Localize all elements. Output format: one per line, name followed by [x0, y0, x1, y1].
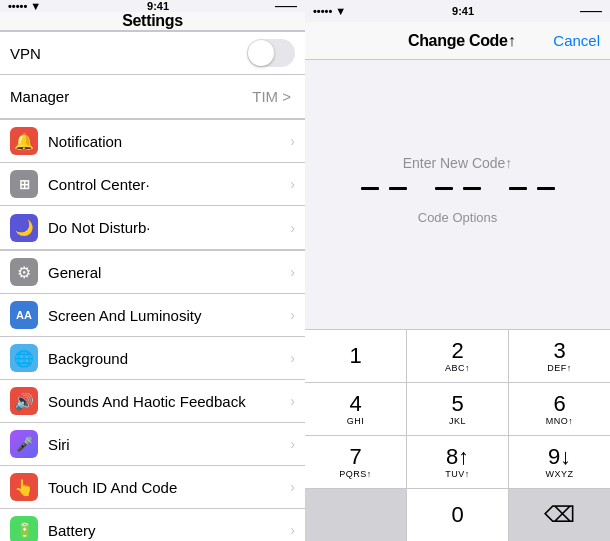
touch-label: Touch ID And Code [48, 479, 290, 496]
dot-6 [537, 187, 555, 190]
cancel-button[interactable]: Cancel [553, 32, 600, 49]
key-4[interactable]: 4 GHI [305, 383, 407, 435]
dot-5 [509, 187, 527, 190]
passcode-area: Enter New Code↑ Code Options [305, 60, 610, 329]
display-icon: AA [10, 301, 38, 329]
key-7[interactable]: 7 PQRS↑ [305, 436, 407, 488]
wallpaper-icon: 🌐 [10, 344, 38, 372]
general-label: General [48, 264, 290, 281]
wallpaper-label: Background [48, 350, 290, 367]
notification-icon: 🔔 [10, 127, 38, 155]
numpad-row-1: 1 2 ABC↑ 3 DEF↑ [305, 330, 610, 383]
enter-code-label: Enter New Code↑ [403, 155, 513, 171]
notification-label: Notification [48, 133, 290, 150]
right-panel: ••••• ▼ 9:41 —— Change Code↑ Cancel Ente… [305, 0, 610, 541]
battery-label: Battery [48, 522, 290, 539]
key-0-number: 0 [451, 504, 463, 526]
general-icon: ⚙ [10, 258, 38, 286]
vpn-section: VPN Manager TIM > [0, 31, 305, 119]
dot-2 [389, 187, 407, 190]
dnd-row[interactable]: 🌙 Do Not Disturb· › [0, 206, 305, 249]
key-3[interactable]: 3 DEF↑ [509, 330, 610, 382]
left-battery: —— [275, 0, 297, 12]
key-2-number: 2 [451, 340, 463, 362]
key-3-letters: DEF↑ [547, 363, 572, 373]
manager-label: Manager [10, 88, 252, 105]
toggle-knob [248, 40, 274, 66]
vpn-row[interactable]: VPN [0, 32, 305, 75]
wallpaper-chevron: › [290, 350, 295, 366]
numpad-row-4: 0 ⌫ [305, 489, 610, 541]
key-8[interactable]: 8↑ TUV↑ [407, 436, 509, 488]
wallpaper-row[interactable]: 🌐 Background › [0, 337, 305, 380]
dnd-label: Do Not Disturb· [48, 219, 290, 236]
manager-row[interactable]: Manager TIM > [0, 75, 305, 118]
key-3-number: 3 [553, 340, 565, 362]
touch-row[interactable]: 👆 Touch ID And Code › [0, 466, 305, 509]
dnd-chevron: › [290, 220, 295, 236]
left-status-bar: ••••• ▼ 9:41 —— [0, 0, 305, 12]
delete-key[interactable]: ⌫ [509, 489, 610, 541]
dots-row [361, 187, 555, 190]
dot-1 [361, 187, 379, 190]
key-9-number: 9↓ [548, 446, 571, 468]
numpad-row-2: 4 GHI 5 JKL 6 MNO↑ [305, 383, 610, 436]
key-2-letters: ABC↑ [445, 363, 470, 373]
siri-row[interactable]: 🎤 Siri › [0, 423, 305, 466]
key-8-letters: TUV↑ [445, 469, 470, 479]
right-battery: —— [580, 5, 602, 17]
key-0[interactable]: 0 [407, 489, 509, 541]
key-6[interactable]: 6 MNO↑ [509, 383, 610, 435]
key-5[interactable]: 5 JKL [407, 383, 509, 435]
left-nav-bar: Settings [0, 12, 305, 31]
display-label: Screen And Luminosity [48, 307, 290, 324]
numpad: 1 2 ABC↑ 3 DEF↑ 4 GHI 5 JKL 6 [305, 329, 610, 541]
manager-value: TIM > [252, 88, 291, 105]
key-2[interactable]: 2 ABC↑ [407, 330, 509, 382]
key-5-letters: JKL [449, 416, 466, 426]
touch-chevron: › [290, 479, 295, 495]
display-chevron: › [290, 307, 295, 323]
delete-icon: ⌫ [544, 502, 575, 528]
right-time: 9:41 [452, 5, 474, 17]
key-7-number: 7 [349, 446, 361, 468]
key-4-number: 4 [349, 393, 361, 415]
control-row[interactable]: ⊞ Control Center· › [0, 163, 305, 206]
siri-chevron: › [290, 436, 295, 452]
dnd-icon: 🌙 [10, 214, 38, 242]
right-status-bar: ••••• ▼ 9:41 —— [305, 0, 610, 22]
vpn-toggle[interactable] [247, 39, 295, 67]
change-code-title: Change Code↑ [370, 32, 553, 50]
siri-icon: 🎤 [10, 430, 38, 458]
key-9[interactable]: 9↓ WXYZ [509, 436, 610, 488]
code-options-label[interactable]: Code Options [418, 210, 498, 225]
dot-3 [435, 187, 453, 190]
key-1[interactable]: 1 [305, 330, 407, 382]
sounds-row[interactable]: 🔊 Sounds And Haotic Feedback › [0, 380, 305, 423]
key-6-letters: MNO↑ [546, 416, 574, 426]
key-8-number: 8↑ [446, 446, 469, 468]
vpn-label: VPN [10, 45, 247, 62]
touch-icon: 👆 [10, 473, 38, 501]
sounds-icon: 🔊 [10, 387, 38, 415]
siri-label: Siri [48, 436, 290, 453]
dot-4 [463, 187, 481, 190]
battery-row[interactable]: 🔋 Battery › [0, 509, 305, 541]
notification-row[interactable]: 🔔 Notification › [0, 120, 305, 163]
key-empty [305, 489, 407, 541]
left-panel: ••••• ▼ 9:41 —— Settings VPN Manager TIM… [0, 0, 305, 541]
general-row[interactable]: ⚙ General › [0, 251, 305, 294]
control-label: Control Center· [48, 176, 290, 193]
key-1-number: 1 [349, 345, 361, 367]
battery-chevron: › [290, 522, 295, 538]
notification-chevron: › [290, 133, 295, 149]
general-chevron: › [290, 264, 295, 280]
left-nav-title: Settings [122, 12, 183, 30]
right-signal: ••••• ▼ [313, 5, 346, 17]
key-6-number: 6 [553, 393, 565, 415]
key-5-number: 5 [451, 393, 463, 415]
right-nav-bar: Change Code↑ Cancel [305, 22, 610, 60]
sounds-chevron: › [290, 393, 295, 409]
display-row[interactable]: AA Screen And Luminosity › [0, 294, 305, 337]
section-1: 🔔 Notification › ⊞ Control Center· › 🌙 D… [0, 119, 305, 250]
